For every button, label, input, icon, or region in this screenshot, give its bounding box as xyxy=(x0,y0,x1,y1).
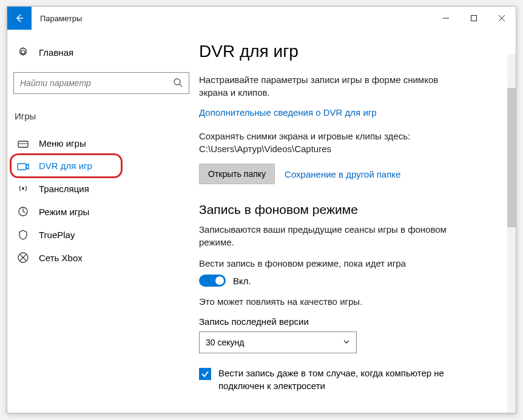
svg-rect-7 xyxy=(18,141,28,147)
svg-line-6 xyxy=(180,84,182,87)
sidebar-item-label: Сеть Xbox xyxy=(39,253,83,263)
arrow-left-icon xyxy=(15,13,24,23)
sidebar-item-game-dvr[interactable]: DVR для игр xyxy=(13,155,189,177)
chevron-down-icon xyxy=(343,338,350,347)
back-button[interactable] xyxy=(7,7,32,30)
toggle-field-label: Вести запись в фоновом режиме, пока идет… xyxy=(199,257,466,270)
more-info-link[interactable]: Дополнительные сведения о DVR для игр xyxy=(199,107,377,118)
sidebar-item-trueplay[interactable]: TruePlay xyxy=(13,223,189,246)
sidebar-item-label: TruePlay xyxy=(39,230,75,240)
trueplay-icon xyxy=(17,229,29,240)
intro-text: Настраивайте параметры записи игры в фор… xyxy=(199,73,466,99)
svg-rect-9 xyxy=(18,164,26,170)
select-value: 30 секунд xyxy=(206,338,244,347)
game-bar-icon xyxy=(17,139,29,148)
svg-rect-2 xyxy=(471,16,477,21)
settings-window: Параметры Главная xyxy=(7,6,516,413)
sidebar: Главная Игры Меню игры xyxy=(7,30,195,413)
toggle-state-label: Вкл. xyxy=(233,276,251,286)
dvr-icon xyxy=(17,161,29,171)
close-icon xyxy=(498,15,505,22)
home-label: Главная xyxy=(39,47,73,58)
minimize-icon xyxy=(442,15,450,22)
search-icon xyxy=(173,78,183,89)
sidebar-item-label: Трансляция xyxy=(39,184,89,194)
minimize-button[interactable] xyxy=(432,7,460,30)
gear-icon xyxy=(17,47,29,58)
check-icon xyxy=(201,370,209,378)
scrollbar-thumb[interactable] xyxy=(507,88,516,227)
titlebar: Параметры xyxy=(7,7,516,30)
sidebar-item-label: DVR для игр xyxy=(39,161,92,171)
search-input[interactable] xyxy=(20,78,173,88)
maximize-button[interactable] xyxy=(460,7,488,30)
game-mode-icon xyxy=(17,206,29,217)
open-folder-button[interactable]: Открыть папку xyxy=(199,164,275,184)
checkbox-label: Вести запись даже в том случае, когда ко… xyxy=(218,367,466,392)
sidebar-item-label: Режим игры xyxy=(39,207,89,217)
broadcast-icon xyxy=(17,183,29,194)
svg-line-13 xyxy=(23,212,25,213)
window-controls xyxy=(432,7,516,30)
background-recording-desc: Записываются ваши предыдущие сеансы игры… xyxy=(199,223,466,248)
toggle-knob xyxy=(215,276,224,285)
close-button[interactable] xyxy=(488,7,516,30)
sidebar-item-broadcasting[interactable]: Трансляция xyxy=(13,177,189,200)
background-record-toggle[interactable] xyxy=(199,275,226,287)
save-other-folder-link[interactable]: Сохранение в другой папке xyxy=(285,169,400,179)
sidebar-item-game-mode[interactable]: Режим игры xyxy=(13,200,189,223)
scrollbar[interactable] xyxy=(507,54,516,413)
sidebar-item-xbox-networking[interactable]: Сеть Xbox xyxy=(13,246,189,269)
nav-group-title: Игры xyxy=(13,111,189,121)
record-on-battery-checkbox[interactable] xyxy=(199,368,211,380)
last-record-select[interactable]: 30 секунд xyxy=(199,332,357,353)
last-record-label: Запись последней версии xyxy=(199,316,500,327)
svg-point-5 xyxy=(174,79,180,85)
page-title: DVR для игр xyxy=(199,42,500,61)
quality-note: Это может повлиять на качество игры. xyxy=(199,295,466,308)
home-nav[interactable]: Главная xyxy=(13,43,189,61)
save-location-text: Сохранять снимки экрана и игровые клипы … xyxy=(199,130,466,155)
background-recording-title: Запись в фоновом режиме xyxy=(199,202,500,217)
search-box[interactable] xyxy=(13,72,189,94)
svg-point-10 xyxy=(22,187,24,190)
maximize-icon xyxy=(470,15,477,22)
content-area: DVR для игр Настраивайте параметры запис… xyxy=(195,30,516,413)
xbox-icon xyxy=(17,252,29,263)
sidebar-item-game-bar[interactable]: Меню игры xyxy=(13,132,189,155)
sidebar-item-label: Меню игры xyxy=(39,138,86,148)
window-title: Параметры xyxy=(40,14,82,23)
